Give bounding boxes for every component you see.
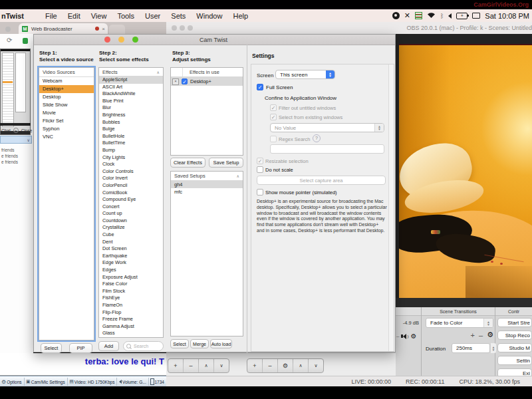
saved-setups-collapse-icon[interactable]: ∧: [237, 174, 239, 178]
obs-zoom-button[interactable]: [188, 25, 193, 31]
volume-menu-icon[interactable]: [448, 13, 452, 19]
saved-setup-item[interactable]: gh4: [171, 181, 243, 188]
menu-item[interactable]: User: [145, 12, 160, 20]
flash-item[interactable]: Options: [7, 380, 21, 384]
source-add-icon[interactable]: +: [247, 359, 263, 372]
camtwist-zoom-button[interactable]: [132, 37, 138, 43]
source-down-icon[interactable]: ∨: [309, 359, 323, 372]
transition-add-icon[interactable]: +: [471, 331, 475, 339]
scene-down-icon[interactable]: ∨: [214, 359, 229, 372]
effect-item[interactable]: FishEye: [99, 295, 163, 302]
control-button[interactable]: Studio M: [497, 343, 532, 352]
effect-item[interactable]: City Lights: [99, 154, 163, 162]
page-chat-label[interactable]: Chat: [1, 128, 11, 133]
effects-collapse-icon[interactable]: ∧: [157, 70, 160, 74]
effect-item[interactable]: Bulge: [99, 126, 163, 133]
effect-item[interactable]: ComicBook: [99, 190, 163, 197]
effect-item[interactable]: BulletTime: [99, 140, 163, 147]
app-menu-title[interactable]: nTwist: [1, 12, 24, 20]
video-source-item[interactable]: Webcam: [39, 77, 94, 85]
control-button[interactable]: Stop Reco: [497, 331, 532, 340]
effect-item[interactable]: FlameOn: [99, 302, 163, 309]
effect-item[interactable]: Earthquake: [99, 253, 163, 260]
effect-item[interactable]: Gamma Adjust: [99, 323, 163, 331]
menu-item[interactable]: Window: [196, 12, 222, 20]
flash-item[interactable]: Cam/Mic Settings: [31, 380, 65, 384]
save-setup-button[interactable]: Save Setup: [209, 158, 243, 168]
installer-menu-icon[interactable]: [415, 12, 422, 19]
effect-item[interactable]: BlackAndWhite: [99, 90, 163, 98]
effects-list[interactable]: Effects∧ AppleScriptASCII ArtBlackAndWhi…: [98, 67, 164, 338]
transition-select[interactable]: Fade to Color ▲▼: [426, 318, 493, 328]
video-source-item[interactable]: Desktop+: [39, 85, 94, 93]
effect-item[interactable]: Cube: [99, 231, 163, 239]
effect-item[interactable]: False Color: [99, 281, 163, 288]
effect-item[interactable]: Flip-Flop: [99, 309, 163, 317]
page-thumbnail[interactable]: [0, 49, 31, 135]
video-source-item[interactable]: Movie: [39, 109, 94, 117]
effect-item[interactable]: Freeze Frame: [99, 316, 163, 323]
noscale-checkbox[interactable]: [257, 166, 263, 173]
add-effect-button[interactable]: Add: [98, 341, 119, 351]
effect-item[interactable]: AppleScript: [99, 76, 163, 84]
source-up-icon[interactable]: ∧: [293, 359, 309, 372]
saved-setup-item[interactable]: mfc: [171, 188, 243, 196]
select-setup-button[interactable]: Select: [170, 339, 189, 348]
effect-item[interactable]: ASCII Art: [99, 84, 163, 91]
effect-item[interactable]: Bubbles: [99, 119, 163, 126]
battery-icon[interactable]: +: [456, 13, 467, 19]
effect-item[interactable]: Brightness: [99, 112, 163, 119]
browser-inactive-tab[interactable]: [109, 25, 125, 34]
reload-icon[interactable]: ⟳: [7, 37, 12, 44]
video-source-item[interactable]: VNC: [39, 133, 94, 141]
flash-item[interactable]: Video: HD 1750Kbps: [74, 380, 115, 384]
effect-item[interactable]: Crystallize: [99, 224, 163, 231]
settings-scrollbar[interactable]: [388, 65, 394, 351]
effect-item[interactable]: Clock: [99, 161, 163, 168]
transition-gear-icon[interactable]: ⚙: [487, 331, 493, 339]
effects-search-field[interactable]: Search: [123, 341, 164, 351]
friend-line[interactable]: e friends: [1, 153, 33, 159]
menu-item[interactable]: File: [45, 12, 57, 20]
effect-item[interactable]: Film Stock: [99, 288, 163, 295]
camtwist-close-button[interactable]: [104, 37, 110, 43]
menu-item[interactable]: View: [91, 12, 107, 20]
video-source-item[interactable]: Flickr Set: [39, 117, 94, 125]
camtwist-menu-icon[interactable]: [392, 12, 400, 19]
effect-item[interactable]: Color Invert: [99, 175, 163, 182]
duration-stepper[interactable]: 250ms: [452, 343, 490, 353]
grab-menu-icon[interactable]: ✕: [404, 12, 410, 19]
effects-in-use-list[interactable]: Effects in use × Desktop+: [170, 67, 243, 156]
effect-item[interactable]: Dot Screen: [99, 245, 163, 253]
autoload-setup-button[interactable]: Auto load: [210, 339, 232, 348]
remove-effect-icon[interactable]: ×: [172, 78, 179, 85]
menu-item[interactable]: Sets: [171, 12, 186, 20]
saved-setups-list[interactable]: Saved Setups∧ gh4mfc: [170, 171, 243, 336]
wifi-icon[interactable]: [427, 12, 436, 20]
regex-help-icon[interactable]: ?: [313, 134, 321, 142]
effect-item[interactable]: ColorPencil: [99, 182, 163, 190]
menu-clock[interactable]: Sat 10:08 PM: [485, 12, 529, 20]
video-sources-list[interactable]: Video Sources WebcamDesktop+DesktopSlide…: [39, 67, 94, 340]
source-gear-icon[interactable]: ⚙: [278, 359, 293, 372]
obs-close-button[interactable]: [172, 25, 177, 31]
browser-window-button[interactable]: [5, 27, 11, 32]
display-menu-icon[interactable]: [472, 13, 480, 19]
control-button[interactable]: Start Stre: [497, 318, 532, 327]
effect-enabled-checkbox[interactable]: [182, 78, 188, 84]
in-use-row[interactable]: × Desktop+: [171, 77, 243, 86]
page-add-icon[interactable]: +: [13, 128, 19, 133]
friend-line[interactable]: e friends: [1, 159, 33, 165]
mouse-pointer-checkbox[interactable]: [257, 189, 263, 196]
effect-item[interactable]: Dent: [99, 239, 163, 246]
effect-item[interactable]: Blur: [99, 104, 163, 112]
transition-remove-icon[interactable]: –: [479, 331, 483, 339]
effect-item[interactable]: Exposure Adjust: [99, 274, 163, 281]
mixer-minus[interactable]: –: [396, 333, 399, 339]
mixer-gear-icon[interactable]: ⚙: [410, 332, 416, 340]
page-dropdown[interactable]: ∨: [0, 136, 32, 144]
select-source-button[interactable]: Select: [41, 343, 62, 353]
video-source-item[interactable]: Syphon: [39, 125, 94, 133]
full-screen-checkbox[interactable]: [257, 84, 263, 90]
effect-item[interactable]: Concert: [99, 203, 163, 211]
